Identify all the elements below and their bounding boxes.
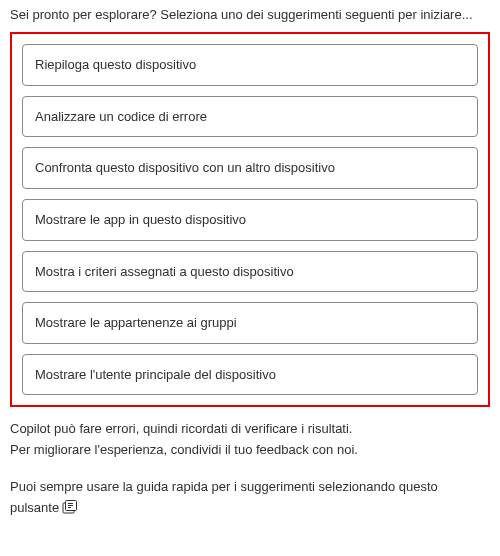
suggestion-show-policies[interactable]: Mostra i criteri assegnati a questo disp… — [22, 251, 478, 293]
disclaimer-line-1: Copilot può fare errori, quindi ricordat… — [10, 421, 352, 436]
suggestion-compare-device[interactable]: Confronta questo dispositivo con un altr… — [22, 147, 478, 189]
suggestion-show-group-memberships[interactable]: Mostrare le appartenenze ai gruppi — [22, 302, 478, 344]
suggestion-summarize-device[interactable]: Riepiloga questo dispositivo — [22, 44, 478, 86]
disclaimer-text: Copilot può fare errori, quindi ricordat… — [10, 419, 490, 461]
suggestion-show-apps[interactable]: Mostrare le app in questo dispositivo — [22, 199, 478, 241]
suggestions-container: Riepiloga questo dispositivo Analizzare … — [10, 32, 490, 407]
guide-hint: Puoi sempre usare la guida rapida per i … — [10, 477, 490, 519]
copilot-suggestions-panel: Sei pronto per esplorare? Seleziona uno … — [0, 0, 500, 529]
disclaimer-line-2: Per migliorare l'esperienza, condividi i… — [10, 442, 358, 457]
suggestion-analyze-error-code[interactable]: Analizzare un codice di errore — [22, 96, 478, 138]
suggestion-show-primary-user[interactable]: Mostrare l'utente principale del disposi… — [22, 354, 478, 396]
prompt-guide-icon — [61, 500, 77, 516]
intro-text: Sei pronto per esplorare? Seleziona uno … — [10, 6, 490, 24]
